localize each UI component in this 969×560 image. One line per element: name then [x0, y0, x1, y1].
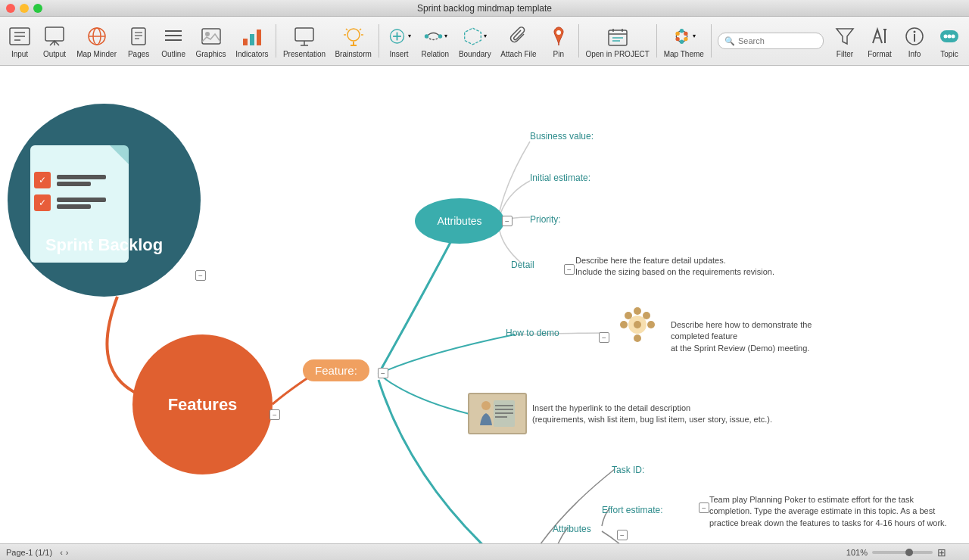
toolbar-format[interactable]: Format — [863, 20, 896, 62]
collapse-attributes-btn[interactable]: − — [502, 216, 513, 226]
map-minder-icon — [85, 24, 109, 48]
nav-prev[interactable]: ‹ — [60, 548, 63, 557]
close-button[interactable] — [6, 4, 15, 13]
svg-marker-47 — [837, 29, 853, 44]
open-project-label: Open in PROJECT — [585, 50, 649, 58]
collapse-features-btn[interactable]: − — [270, 409, 280, 420]
page-navigation[interactable]: Page-1 (1/1) ‹ › — [6, 548, 69, 557]
relation-icon — [423, 24, 447, 48]
toolbar-map-minder[interactable]: Map Minder — [73, 20, 120, 62]
initial-estimate-node[interactable]: Initial estimate: — [530, 173, 590, 183]
sprint-backlog-node[interactable]: ✓ ✓ Sprint Backlog — [8, 104, 201, 297]
svg-point-53 — [913, 30, 915, 33]
attributes-node[interactable]: Attributes — [415, 198, 504, 244]
toolbar-presentation[interactable]: Presentation — [279, 20, 329, 62]
collapse-demo-btn[interactable]: − — [599, 332, 609, 343]
grid-icon[interactable]: ⊞ — [937, 546, 946, 558]
info-icon — [902, 24, 927, 48]
toolbar-outline[interactable]: Outline — [157, 20, 190, 62]
attach-file-label: Attach File — [500, 50, 536, 58]
zoom-thumb[interactable] — [905, 549, 913, 556]
toolbar-pages[interactable]: Pages — [122, 20, 155, 62]
info-label: Info — [908, 50, 921, 58]
priority1-node[interactable]: Priority: — [530, 214, 561, 225]
topic-label: Topic — [940, 50, 958, 58]
presentation-label: Presentation — [283, 50, 326, 58]
toolbar-insert[interactable]: Insert — [382, 20, 416, 62]
toolbar-output[interactable]: Output — [38, 20, 71, 62]
detail-desc: Describe here the feature detail updates… — [575, 255, 774, 278]
window-title: Sprint backlog mindmap template — [417, 3, 552, 14]
svg-rect-18 — [243, 39, 248, 45]
toolbar-attach-file[interactable]: Attach File — [497, 20, 541, 62]
titlebar: Sprint backlog mindmap template — [0, 0, 969, 17]
toolbar-open-project[interactable]: Open in PROJECT — [582, 20, 653, 62]
nav-next[interactable]: › — [66, 548, 69, 557]
collapse-sprint-btn[interactable]: − — [195, 270, 206, 281]
insert-icon — [387, 24, 411, 48]
sprint-backlog-label: Sprint Backlog — [19, 235, 189, 255]
svg-rect-9 — [132, 28, 145, 45]
toolbar-map-theme[interactable]: Map Theme — [660, 20, 709, 62]
svg-point-44 — [680, 39, 684, 43]
pin-icon — [547, 24, 571, 48]
canvas: ✓ ✓ Sprint Backlog − Features − Feature:… — [0, 66, 969, 543]
toolbar-filter[interactable]: Filter — [828, 20, 862, 62]
insert-label: Insert — [390, 50, 409, 58]
meeting-icon — [612, 299, 663, 350]
graphics-label: Graphics — [196, 50, 226, 58]
minimize-button[interactable] — [20, 4, 29, 13]
toolbar-topic[interactable]: Topic — [933, 20, 966, 62]
format-label: Format — [868, 50, 892, 58]
toolbar-relation[interactable]: Relation — [417, 20, 453, 62]
svg-point-17 — [205, 32, 210, 36]
relation-label: Relation — [421, 50, 449, 58]
output-label: Output — [43, 50, 66, 58]
presentation-icon — [292, 24, 316, 48]
toolbar-indicators[interactable]: Indicators — [232, 20, 273, 62]
topic-icon — [937, 24, 961, 48]
search-input[interactable] — [738, 36, 821, 45]
svg-point-60 — [634, 307, 641, 315]
toolbar-graphics[interactable]: Graphics — [192, 20, 230, 62]
collapse-feature-btn[interactable]: − — [378, 368, 388, 378]
feature-node[interactable]: Feature: — [303, 359, 369, 381]
zoom-level: 101% — [846, 548, 868, 557]
toolbar-input[interactable]: Input — [3, 20, 36, 62]
toolbar-pin[interactable]: Pin — [542, 20, 575, 62]
detail-node[interactable]: Detail — [511, 260, 534, 270]
map-theme-icon — [671, 24, 696, 48]
collapse-detail-btn[interactable]: − — [564, 264, 575, 275]
collapse-attributes2-btn[interactable]: − — [617, 530, 628, 540]
indicators-label: Indicators — [235, 50, 268, 58]
separator-4 — [656, 24, 657, 58]
input-icon — [8, 24, 32, 48]
svg-point-55 — [943, 34, 947, 38]
toolbar-boundary[interactable]: Boundary — [455, 20, 495, 62]
attributes2-node[interactable]: Attributes — [553, 524, 591, 534]
svg-point-56 — [947, 34, 951, 38]
effort-estimate-node[interactable]: Effort estimate: — [602, 505, 662, 515]
svg-line-28 — [360, 29, 361, 30]
search-box[interactable]: 🔍 — [718, 33, 824, 49]
separator-5 — [711, 24, 712, 58]
toolbar-info[interactable]: Info — [898, 20, 931, 62]
business-value-node[interactable]: Business value: — [530, 131, 594, 142]
task-id-node[interactable]: Task ID: — [612, 465, 644, 475]
zoom-slider[interactable] — [872, 551, 933, 554]
svg-point-35 — [438, 34, 442, 38]
outline-icon — [161, 24, 185, 48]
pages-label: Pages — [128, 50, 149, 58]
maximize-button[interactable] — [33, 4, 42, 13]
toolbar-brainstorm[interactable]: Brainstorm — [331, 20, 375, 62]
collapse-effort-btn[interactable]: − — [699, 502, 709, 513]
window-controls — [6, 4, 42, 13]
search-icon: 🔍 — [724, 36, 735, 46]
planning-poker-desc: Team play Planning Poker to estimate eff… — [709, 494, 947, 529]
how-to-demo-node[interactable]: How to demo — [506, 328, 559, 338]
map-minder-label: Map Minder — [76, 50, 117, 58]
hyperlink-desc: Insert the hyperlink to the detail descr… — [532, 403, 772, 426]
svg-rect-4 — [45, 27, 64, 41]
features-node[interactable]: Features — [132, 334, 273, 474]
svg-point-62 — [620, 321, 628, 328]
